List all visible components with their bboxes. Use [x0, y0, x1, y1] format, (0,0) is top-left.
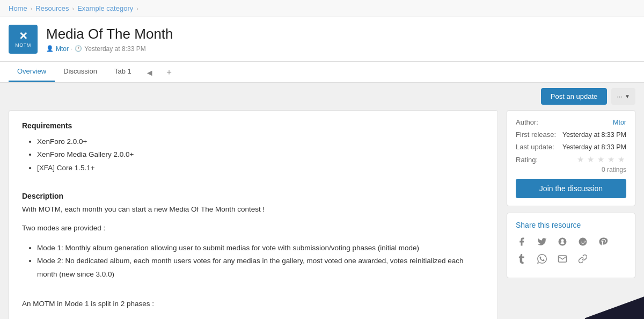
- breadcrumb: Home › Resources › Example category ›: [0, 0, 644, 17]
- mode-item-2: Mode 2: No dedicated album, each month u…: [37, 255, 485, 281]
- author-label: Author:: [516, 118, 538, 126]
- breadcrumb-sep-1: ›: [31, 5, 33, 12]
- modes-list: Mode 1: Monthly album generation allowin…: [22, 242, 485, 281]
- resource-author-link[interactable]: Mtor: [56, 45, 69, 53]
- svg-point-0: [579, 238, 587, 246]
- icon-x-mark: ✕: [19, 31, 28, 41]
- share-pinterest-icon[interactable]: [597, 236, 609, 248]
- author-value[interactable]: Mtor: [613, 119, 626, 126]
- clock-icon: 🕐: [75, 45, 82, 52]
- share-googleplus-icon[interactable]: [557, 236, 568, 248]
- tab-add[interactable]: ＋: [159, 62, 179, 82]
- description-para-1: With MOTM, each month you can start a ne…: [22, 204, 485, 215]
- join-discussion-button[interactable]: Join the discussion: [516, 179, 626, 198]
- more-chevron-icon: ▼: [625, 93, 630, 99]
- resource-icon: ✕ MOTM: [9, 25, 38, 54]
- tabs-bar: Overview Discussion Tab 1 ◄ ＋: [0, 62, 644, 83]
- tab-discussion[interactable]: Discussion: [55, 62, 106, 82]
- requirements-list: XenForo 2.0.0+ XenForo Media Gallery 2.0…: [22, 135, 485, 175]
- req-item-1: XenForo 2.0.0+: [37, 135, 485, 148]
- rating-stars-block: ★ ★ ★ ★ ★ 0 ratings: [577, 155, 626, 173]
- description-para-3: An MOTM in Mode 1 is split in 2 phases :: [22, 298, 485, 310]
- star-4[interactable]: ★: [608, 155, 616, 164]
- breadcrumb-resources[interactable]: Resources: [35, 4, 69, 12]
- user-icon: 👤: [46, 45, 54, 52]
- first-release-value: Yesterday at 8:33 PM: [562, 131, 626, 139]
- req-item-2: XenForo Media Gallery 2.0.0+: [37, 148, 485, 161]
- resource-header: ✕ MOTM Media Of The Month 👤 Mtor · 🕐 Yes…: [0, 17, 644, 62]
- rating-count: 0 ratings: [577, 166, 626, 173]
- last-update-value: Yesterday at 8:33 PM: [562, 143, 626, 151]
- more-dots-label: ···: [617, 92, 623, 100]
- star-2[interactable]: ★: [587, 155, 596, 164]
- star-3[interactable]: ★: [597, 155, 606, 164]
- right-panel: Author: Mtor First release: Yesterday at…: [507, 110, 635, 278]
- last-update-label: Last update:: [516, 143, 554, 151]
- req-item-3: [XFA] Core 1.5.1+: [37, 162, 485, 175]
- share-icons-row-2: [516, 253, 626, 265]
- main-content: Requirements XenForo 2.0.0+ XenForo Medi…: [0, 110, 644, 319]
- more-options-button[interactable]: ··· ▼: [611, 88, 635, 105]
- icon-motm-label: MOTM: [15, 42, 31, 48]
- rating-row: Rating: ★ ★ ★ ★ ★ 0 ratings: [516, 155, 626, 173]
- post-update-button[interactable]: Post an update: [541, 88, 607, 105]
- phase-item-1: Submission phase: [37, 317, 485, 319]
- resource-title: Media Of The Month: [46, 26, 173, 42]
- description-para-2: Two modes are provided :: [22, 222, 485, 234]
- tab-overview[interactable]: Overview: [9, 62, 55, 82]
- resource-date: Yesterday at 8:33 PM: [84, 45, 145, 53]
- share-reddit-icon[interactable]: [577, 236, 589, 248]
- description-title: Description: [22, 192, 485, 200]
- resource-meta: 👤 Mtor · 🕐 Yesterday at 8:33 PM: [46, 45, 173, 53]
- last-update-row: Last update: Yesterday at 8:33 PM: [516, 143, 626, 151]
- rating-stars: ★ ★ ★ ★ ★: [577, 155, 626, 164]
- first-release-label: First release:: [516, 130, 556, 139]
- author-row: Author: Mtor: [516, 118, 626, 126]
- share-twitter-icon[interactable]: [536, 236, 548, 248]
- first-release-row: First release: Yesterday at 8:33 PM: [516, 130, 626, 139]
- share-email-icon[interactable]: [557, 253, 568, 265]
- tab-nav-prev[interactable]: ◄: [140, 64, 159, 82]
- svg-point-2: [584, 242, 585, 243]
- share-whatsapp-icon[interactable]: [536, 253, 548, 265]
- star-5[interactable]: ★: [618, 155, 626, 164]
- requirements-title: Requirements: [22, 121, 485, 130]
- meta-separator: ·: [71, 45, 72, 53]
- share-link-icon[interactable]: [577, 253, 589, 265]
- share-title: Share this resource: [516, 221, 626, 229]
- toolbar: Post an update ··· ▼: [0, 83, 644, 110]
- phases-list: Submission phase Voting phase: [22, 317, 485, 319]
- share-icons-row-1: [516, 236, 626, 248]
- share-facebook-icon[interactable]: [516, 236, 528, 248]
- breadcrumb-category[interactable]: Example category: [77, 4, 133, 12]
- breadcrumb-sep-3: ›: [136, 5, 138, 12]
- breadcrumb-home[interactable]: Home: [9, 4, 27, 12]
- meta-card: Author: Mtor First release: Yesterday at…: [507, 110, 635, 206]
- share-tumblr-icon[interactable]: [516, 253, 528, 265]
- mode-item-1: Mode 1: Monthly album generation allowin…: [37, 242, 485, 255]
- svg-point-1: [581, 242, 582, 243]
- resource-title-block: Media Of The Month 👤 Mtor · 🕐 Yesterday …: [46, 26, 173, 52]
- tab-tab1[interactable]: Tab 1: [106, 62, 140, 82]
- star-1[interactable]: ★: [577, 155, 586, 164]
- rating-label: Rating:: [516, 156, 538, 164]
- left-panel: Requirements XenForo 2.0.0+ XenForo Medi…: [9, 110, 498, 319]
- breadcrumb-sep-2: ›: [72, 5, 75, 12]
- share-card: Share this resource: [507, 213, 635, 278]
